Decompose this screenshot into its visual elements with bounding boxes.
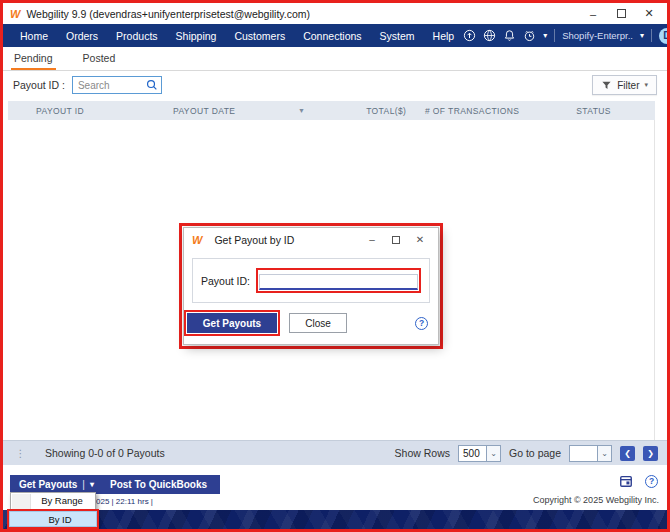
footer-band [3, 510, 667, 529]
search-row: Payout ID : Filter ▾ [3, 71, 667, 99]
window-title: Webgility 9.9 (devendras+unifyenterprise… [26, 8, 310, 20]
column-header-total[interactable]: TOTAL($) [315, 106, 412, 116]
dialog-footer: Get Payouts Close ? [184, 303, 438, 344]
annotation-box-get-payouts: Get Payouts [184, 310, 280, 336]
help-icon[interactable]: ? [415, 317, 428, 330]
grip-icon[interactable]: ⋮ [3, 448, 37, 459]
maximize-icon[interactable] [607, 4, 635, 23]
minimize-icon[interactable]: – [360, 230, 384, 249]
minimize-icon[interactable]: – [579, 4, 607, 23]
maximize-icon[interactable] [384, 230, 408, 249]
filter-button[interactable]: Filter ▾ [592, 75, 657, 95]
chevron-down-icon: ⌄ [486, 446, 500, 461]
separator: | [82, 479, 85, 490]
store-selector[interactable]: Shopify-Enterpr.. [562, 30, 633, 41]
post-to-quickbooks-label: Post To QuickBooks [110, 479, 207, 490]
webgility-logo-icon: W [192, 234, 202, 246]
nav-item-orders[interactable]: Orders [57, 30, 107, 42]
show-rows-label: Show Rows [395, 447, 450, 459]
window-titlebar: W Webgility 9.9 (devendras+unifyenterpri… [3, 3, 667, 24]
notifications-bell-icon[interactable] [503, 29, 516, 42]
dialog-titlebar: W Get Payout by ID – ✕ [184, 228, 438, 251]
pagination-controls: Show Rows 500 ⌄ Go to page ⌄ ❮ ❯ [395, 445, 658, 462]
tab-posted[interactable]: Posted [80, 47, 119, 70]
table-header-row: PAYOUT ID PAYOUT DATE ▼ TOTAL($) # OF TR… [8, 101, 655, 120]
dialog-body: Payout ID: [184, 251, 438, 303]
nav-item-connections[interactable]: Connections [294, 30, 370, 42]
chevron-down-icon: ▾ [90, 480, 94, 489]
window-controls: – ✕ [579, 4, 663, 23]
annotation-box-by-id: By ID [7, 509, 99, 529]
globe-icon[interactable] [483, 29, 496, 42]
nav-item-shipping[interactable]: Shipping [167, 30, 226, 42]
scheduler-clock-icon[interactable] [523, 29, 536, 42]
app-window: W Webgility 9.9 (devendras+unifyenterpri… [0, 0, 670, 532]
payout-id-search-label: Payout ID : [13, 79, 65, 91]
go-to-page-label: Go to page [509, 447, 561, 459]
help-icon[interactable]: ? [645, 475, 658, 488]
navbar-right: ▾ Shopify-Enterpr.. ▾ D ▾ [463, 28, 670, 44]
get-payouts-label: Get Payouts [19, 479, 77, 490]
nav-item-products[interactable]: Products [107, 30, 166, 42]
copyright-text: Copyright © 2025 Webgility Inc. [533, 495, 659, 505]
annotation-box-modal: W Get Payout by ID – ✕ Payout ID: [179, 223, 443, 349]
footer-icons: ? [619, 474, 658, 488]
dialog-title: Get Payout by ID [214, 234, 294, 246]
get-payouts-submit-label: Get Payouts [203, 318, 261, 329]
chevron-down-icon[interactable]: ▾ [543, 31, 547, 40]
nav-item-system[interactable]: System [371, 30, 424, 42]
nav-item-customers[interactable]: Customers [225, 30, 294, 42]
show-rows-value: 500 [459, 446, 486, 461]
get-payouts-context-menu: By Range By ID [10, 492, 96, 530]
user-avatar[interactable]: D [659, 28, 670, 44]
sync-status-text: 025 | 22:11 hrs | [96, 497, 153, 506]
chevron-down-icon: ▾ [644, 81, 648, 89]
filter-funnel-icon [601, 80, 612, 91]
show-rows-select[interactable]: 500 ⌄ [458, 445, 501, 462]
menu-item-by-range[interactable]: By Range [11, 493, 95, 508]
upload-icon[interactable] [463, 29, 476, 42]
annotation-box-input [256, 268, 421, 293]
post-to-quickbooks-button[interactable]: Post To QuickBooks [97, 475, 220, 494]
showing-count-text: Showing 0-0 of 0 Payouts [45, 447, 165, 459]
column-header-status[interactable]: STATUS [532, 106, 655, 116]
dialog-window-controls: – ✕ [360, 230, 432, 249]
get-payout-by-id-dialog: W Get Payout by ID – ✕ Payout ID: [183, 227, 439, 345]
pagination-bar: ⋮ Showing 0-0 of 0 Payouts Show Rows 500… [3, 440, 667, 465]
action-area: Get Payouts | ▾ Post To QuickBooks 025 |… [3, 465, 667, 510]
divider [651, 29, 652, 42]
payout-id-search-box [72, 76, 162, 94]
sort-desc-icon[interactable]: ▼ [298, 107, 305, 114]
divider [554, 29, 555, 42]
chevron-down-icon[interactable]: ▾ [640, 31, 644, 40]
payout-id-search-input[interactable] [78, 80, 146, 91]
chevron-down-icon: ⌄ [597, 446, 611, 461]
nav-item-help[interactable]: Help [424, 30, 464, 42]
payout-id-field-group: Payout ID: [192, 258, 430, 303]
get-payouts-submit-button[interactable]: Get Payouts [187, 313, 277, 333]
main-navbar: Home Orders Products Shipping Customers … [3, 24, 667, 47]
column-header-transactions[interactable]: # OF TRANSACTIONS [412, 106, 532, 116]
calendar-icon[interactable] [619, 474, 633, 488]
tab-bar: Pending Posted [3, 47, 667, 71]
search-icon[interactable] [146, 79, 158, 91]
payout-id-input[interactable] [259, 274, 418, 290]
nav-item-home[interactable]: Home [11, 30, 57, 42]
menu-item-by-id[interactable]: By ID [9, 511, 97, 527]
column-header-payout-id[interactable]: PAYOUT ID [8, 106, 173, 116]
close-button[interactable]: Close [289, 313, 347, 333]
filter-label: Filter [617, 80, 639, 91]
close-icon[interactable]: ✕ [408, 230, 432, 249]
column-header-payout-date-label: PAYOUT DATE [173, 106, 235, 116]
go-to-page-select[interactable]: ⌄ [569, 445, 612, 462]
close-icon[interactable]: ✕ [635, 4, 663, 23]
column-header-payout-date[interactable]: PAYOUT DATE ▼ [173, 106, 315, 116]
tab-pending[interactable]: Pending [11, 47, 56, 70]
webgility-logo-icon: W [10, 8, 20, 20]
go-to-page-value [570, 446, 597, 461]
payout-id-field-label: Payout ID: [201, 275, 250, 287]
prev-page-button[interactable]: ❮ [620, 446, 635, 461]
next-page-button[interactable]: ❯ [643, 446, 658, 461]
